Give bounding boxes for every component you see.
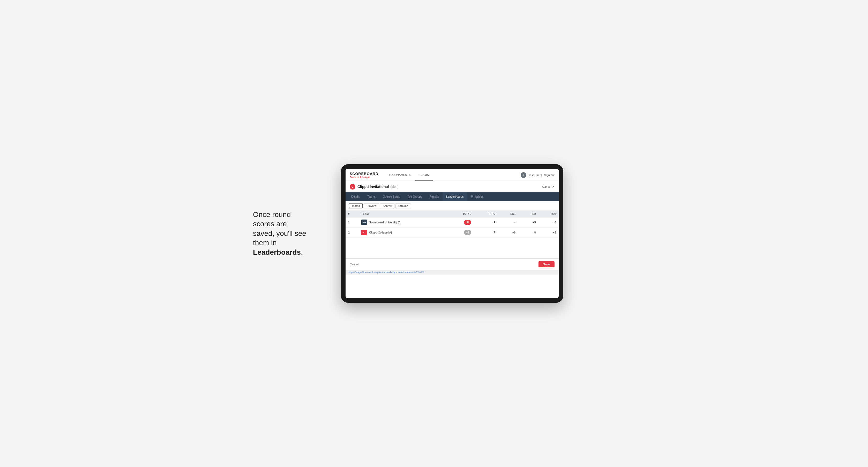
table-row: 1 SU Scoreboard University [A] -5 F -4 (345, 217, 559, 227)
leaderboard-table: # TEAM TOTAL THRU RD1 RD2 RD3 1 (345, 211, 559, 238)
team-name-cell: C Clippd College [A] (359, 227, 447, 238)
col-total: TOTAL (447, 211, 474, 217)
rd1-cell: +8 (498, 227, 518, 238)
col-rd2: RD2 (518, 211, 538, 217)
tabs-bar: Details Teams Course Setup Tee Groups Re… (345, 192, 559, 201)
tournament-gender: (Men) (390, 185, 398, 188)
nav-teams[interactable]: TEAMS (415, 169, 433, 181)
tab-course-setup[interactable]: Course Setup (379, 192, 404, 201)
tournament-header: C Clippd Invitational (Men) Cancel ✕ (345, 181, 559, 192)
total-cell: +3 (447, 227, 474, 238)
close-icon: ✕ (552, 185, 555, 188)
team-name: Scoreboard University [A] (369, 221, 401, 224)
url-bar: https://stage-blue-coach.stagescoeboard.… (345, 270, 559, 275)
table-row: 2 C Clippd College [A] +3 F +8 -8 (345, 227, 559, 238)
nav-links: TOURNAMENTS TEAMS (384, 169, 433, 181)
thru-cell: F (474, 227, 498, 238)
filter-teams[interactable]: Teams (349, 203, 363, 209)
team-name: Clippd College [A] (369, 231, 392, 234)
logo-area: SCOREBOARD Powered by clippd (350, 172, 378, 179)
col-rank: # (345, 211, 359, 217)
rd3-cell: -6 (538, 217, 559, 227)
nav-bar: SCOREBOARD Powered by clippd TOURNAMENTS… (345, 169, 559, 181)
tournament-name: Clippd Invitational (358, 185, 389, 189)
rd2-cell: -8 (518, 227, 538, 238)
nav-tournaments[interactable]: TOURNAMENTS (384, 169, 415, 181)
tab-results[interactable]: Results (426, 192, 442, 201)
tablet-frame: SCOREBOARD Powered by clippd TOURNAMENTS… (341, 164, 563, 303)
filter-scores[interactable]: Scores (380, 203, 395, 209)
thru-cell: F (474, 217, 498, 227)
table-header-row: # TEAM TOTAL THRU RD1 RD2 RD3 (345, 211, 559, 217)
team-name-cell: SU Scoreboard University [A] (359, 217, 447, 227)
tab-details[interactable]: Details (348, 192, 364, 201)
user-avatar: S (521, 172, 526, 178)
team-logo: C (361, 229, 367, 235)
team-logo: SU (361, 220, 367, 225)
filter-bar: Teams Players Scores Strokes (345, 201, 559, 211)
rd3-cell: +3 (538, 227, 559, 238)
filter-players[interactable]: Players (364, 203, 379, 209)
tournament-icon: C (350, 184, 355, 190)
col-rd1: RD1 (498, 211, 518, 217)
col-rd3: RD3 (538, 211, 559, 217)
cancel-x-button[interactable]: Cancel ✕ (542, 185, 555, 188)
score-badge: -5 (464, 220, 471, 225)
logo-title: SCOREBOARD (350, 172, 378, 176)
col-team: TEAM (359, 211, 447, 217)
col-thru: THRU (474, 211, 498, 217)
total-cell: -5 (447, 217, 474, 227)
logo-sub: Powered by clippd (350, 176, 378, 179)
filter-strokes[interactable]: Strokes (396, 203, 411, 209)
nav-right: S Test User | Sign out (521, 172, 555, 178)
left-description: Once round scores are saved, you'll see … (253, 210, 326, 257)
tab-teams[interactable]: Teams (364, 192, 379, 201)
tab-tee-groups[interactable]: Tee Groups (404, 192, 426, 201)
user-name: Test User | (528, 174, 542, 177)
rd2-cell: +5 (518, 217, 538, 227)
rank-cell: 2 (345, 227, 359, 238)
score-badge: +3 (464, 230, 471, 235)
footer-save-button[interactable]: Save (538, 261, 555, 268)
rd1-cell: -4 (498, 217, 518, 227)
footer-cancel-button[interactable]: Cancel (350, 263, 359, 266)
sign-out-link[interactable]: Sign out (544, 174, 555, 177)
tablet-screen: SCOREBOARD Powered by clippd TOURNAMENTS… (345, 169, 559, 298)
rank-cell: 1 (345, 217, 359, 227)
tab-leaderboards[interactable]: Leaderboards (442, 192, 467, 201)
tab-printables[interactable]: Printables (467, 192, 487, 201)
app-footer: Cancel Save (345, 258, 559, 270)
